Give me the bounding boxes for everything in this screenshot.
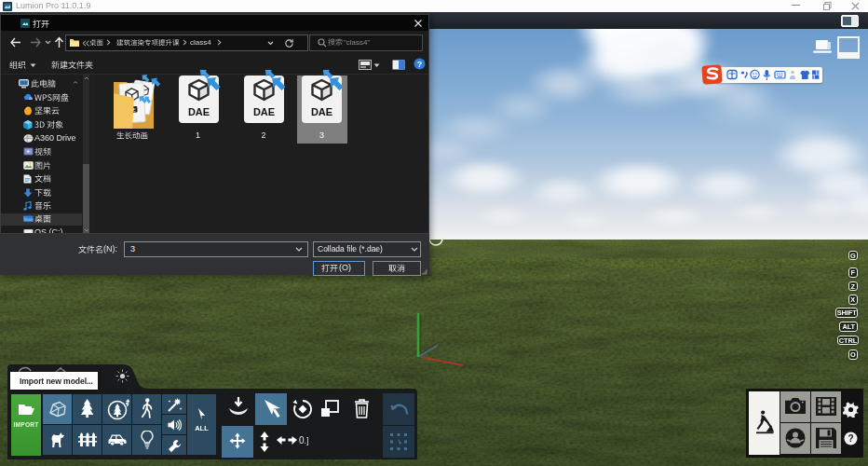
svg-text:DAE: DAE	[253, 106, 275, 117]
svg-text:?: ?	[848, 433, 853, 444]
svg-text:DAE: DAE	[187, 106, 209, 117]
svg-text:?: ?	[417, 60, 423, 69]
svg-text:DAE: DAE	[311, 106, 332, 117]
